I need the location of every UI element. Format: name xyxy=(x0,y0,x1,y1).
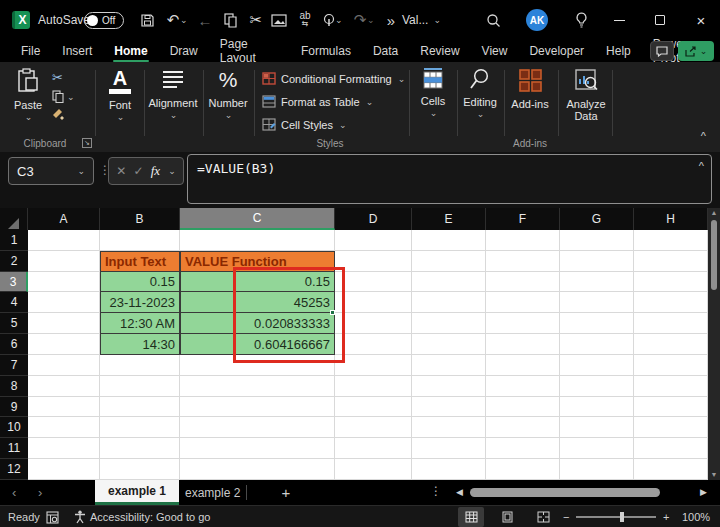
cell-D1[interactable] xyxy=(335,230,412,251)
paste-button[interactable]: Paste ⌄ xyxy=(14,68,42,122)
cell-C6[interactable]: 0.604166667 xyxy=(180,334,335,355)
row-header-7[interactable]: 7 xyxy=(0,355,28,376)
cell-A8[interactable] xyxy=(28,376,100,397)
cell-H11[interactable] xyxy=(634,438,708,459)
cell-A10[interactable] xyxy=(28,417,100,438)
column-header-F[interactable]: F xyxy=(486,208,560,230)
row-header-3[interactable]: 3 xyxy=(0,272,28,293)
cell-H5[interactable] xyxy=(634,313,708,334)
cell-A6[interactable] xyxy=(28,334,100,355)
cell-D9[interactable] xyxy=(335,397,412,418)
page-break-view-button[interactable] xyxy=(530,507,556,527)
cell-C8[interactable] xyxy=(180,376,335,397)
cell-G11[interactable] xyxy=(560,438,634,459)
row-header-8[interactable]: 8 xyxy=(0,376,28,397)
cell-B7[interactable] xyxy=(100,355,180,376)
cell-D10[interactable] xyxy=(335,417,412,438)
cell-F1[interactable] xyxy=(486,230,560,251)
cell-F11[interactable] xyxy=(486,438,560,459)
hscroll-right-icon[interactable]: ▶ xyxy=(700,487,707,497)
cell-B11[interactable] xyxy=(100,438,180,459)
cell-G3[interactable] xyxy=(560,272,634,293)
sheetbar-dots-icon[interactable]: ⋮ xyxy=(430,484,442,498)
cell-H1[interactable] xyxy=(634,230,708,251)
comments-button[interactable] xyxy=(650,41,674,61)
column-header-C[interactable]: C xyxy=(180,208,335,230)
search-icon[interactable] xyxy=(482,0,504,40)
cell-E10[interactable] xyxy=(412,417,486,438)
cut-small-icon[interactable]: ✂ xyxy=(52,70,63,85)
touch-mode-chevron-icon[interactable]: ⌄ xyxy=(335,0,343,40)
tab-view[interactable]: View xyxy=(471,40,519,62)
cell-G12[interactable] xyxy=(560,459,634,480)
add-ins-button[interactable]: Add-ins xyxy=(506,68,554,110)
format-as-table-button[interactable]: Format as Table⌄ xyxy=(262,95,373,108)
horizontal-scroll-thumb[interactable] xyxy=(470,488,660,497)
accessibility-status[interactable]: Accessibility: Good to go xyxy=(74,506,210,527)
cell-B2[interactable]: Input Text xyxy=(100,251,180,272)
tab-developer[interactable]: Developer xyxy=(518,40,595,62)
format-painter-icon[interactable] xyxy=(52,108,65,120)
cell-E5[interactable] xyxy=(412,313,486,334)
tab-home[interactable]: Home xyxy=(103,40,158,62)
cell-G10[interactable] xyxy=(560,417,634,438)
sheet-tab-example-1[interactable]: example 1 xyxy=(95,480,179,505)
name-box[interactable]: C3 ⌄ xyxy=(8,157,94,185)
normal-view-button[interactable] xyxy=(458,507,484,527)
autosave-toggle[interactable]: Off xyxy=(84,0,124,40)
cell-A7[interactable] xyxy=(28,355,100,376)
zoom-level[interactable]: 100% xyxy=(682,506,710,527)
cell-F5[interactable] xyxy=(486,313,560,334)
cell-B9[interactable] xyxy=(100,397,180,418)
avatar[interactable]: AK xyxy=(526,0,548,40)
cell-B4[interactable]: 23-11-2023 xyxy=(100,292,180,313)
analyze-data-button[interactable]: Analyze Data xyxy=(560,68,612,122)
cell-E2[interactable] xyxy=(412,251,486,272)
hscroll-left-icon[interactable]: ◀ xyxy=(456,487,463,497)
minimize-button[interactable] xyxy=(604,0,634,40)
cell-F7[interactable] xyxy=(486,355,560,376)
cell-A12[interactable] xyxy=(28,459,100,480)
row-header-12[interactable]: 12 xyxy=(0,459,28,480)
cell-G5[interactable] xyxy=(560,313,634,334)
row-header-10[interactable]: 10 xyxy=(0,417,28,438)
cell-D8[interactable] xyxy=(335,376,412,397)
cell-D6[interactable] xyxy=(335,334,412,355)
cell-E7[interactable] xyxy=(412,355,486,376)
cell-D7[interactable] xyxy=(335,355,412,376)
cell-F10[interactable] xyxy=(486,417,560,438)
cell-D2[interactable] xyxy=(335,251,412,272)
cell-A2[interactable] xyxy=(28,251,100,272)
tab-draw[interactable]: Draw xyxy=(159,40,209,62)
cell-F8[interactable] xyxy=(486,376,560,397)
zoom-in-button[interactable]: + xyxy=(663,506,669,527)
cell-E4[interactable] xyxy=(412,292,486,313)
row-header-4[interactable]: 4 xyxy=(0,292,28,313)
cell-D3[interactable] xyxy=(335,272,412,293)
sheet-nav-prev-icon[interactable]: ‹ xyxy=(12,480,16,505)
cell-A11[interactable] xyxy=(28,438,100,459)
copy-small-icon[interactable]: ⌄ xyxy=(52,90,75,103)
lightbulb-icon[interactable] xyxy=(570,0,592,40)
cell-C5[interactable]: 0.020833333 xyxy=(180,313,335,334)
add-sheet-button[interactable]: + xyxy=(276,480,296,505)
cell-B1[interactable] xyxy=(100,230,180,251)
cell-H7[interactable] xyxy=(634,355,708,376)
save-icon[interactable] xyxy=(136,0,158,40)
share-button[interactable]: ⌄ xyxy=(678,41,714,61)
macro-record-icon[interactable] xyxy=(46,506,59,527)
cell-G8[interactable] xyxy=(560,376,634,397)
cell-H9[interactable] xyxy=(634,397,708,418)
cell-C1[interactable] xyxy=(180,230,335,251)
qat-overflow-icon[interactable]: » xyxy=(380,0,402,40)
selection-fill-handle[interactable] xyxy=(330,310,335,315)
cell-G9[interactable] xyxy=(560,397,634,418)
cell-A9[interactable] xyxy=(28,397,100,418)
cell-F12[interactable] xyxy=(486,459,560,480)
tab-formulas[interactable]: Formulas xyxy=(290,40,362,62)
cell-B8[interactable] xyxy=(100,376,180,397)
find-replace-icon[interactable]: ab⇆ xyxy=(294,0,316,40)
cell-C2[interactable]: VALUE Function xyxy=(180,251,335,272)
document-title[interactable]: Val...⌄ xyxy=(402,0,441,40)
row-header-5[interactable]: 5 xyxy=(0,313,28,334)
